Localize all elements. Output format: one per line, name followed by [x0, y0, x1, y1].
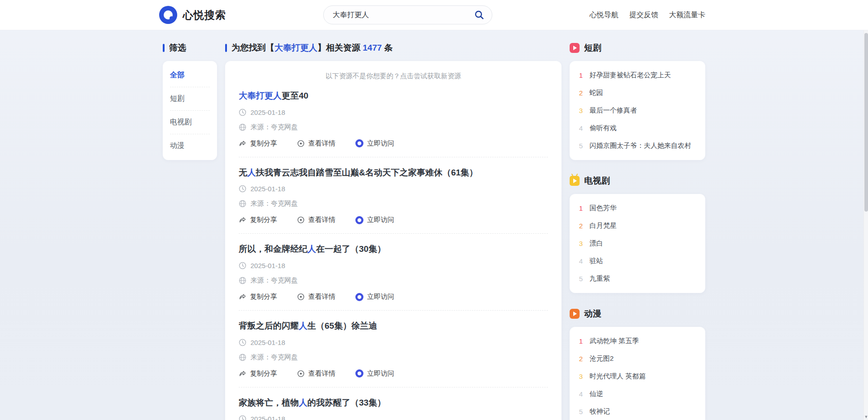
globe-icon	[239, 354, 246, 361]
visit-now-button[interactable]: 立即访问	[355, 216, 394, 224]
ranking-row[interactable]: 3 时光代理人 英都篇	[578, 368, 697, 385]
view-detail-label: 查看详情	[308, 293, 335, 301]
nav-link[interactable]: 大额流量卡	[669, 10, 705, 20]
view-detail-button[interactable]: 查看详情	[297, 216, 335, 224]
ranking-row[interactable]: 5 闪婚京圈太子爷：夫人她来自农村	[578, 137, 697, 155]
share-arrow-icon	[239, 216, 246, 224]
results-heading-text: 为您找到【大奉打更人】相关资源 1477 条	[231, 42, 393, 54]
ranking-row[interactable]: 1 武动乾坤 第五季	[578, 332, 697, 350]
ranking-title: 动漫	[570, 308, 705, 320]
visit-now-button[interactable]: 立即访问	[355, 139, 394, 148]
scrollbar-down-arrow-icon[interactable]: ▼	[864, 415, 868, 419]
result-date-row: 2025-01-18	[239, 339, 548, 346]
nav-link[interactable]: 提交反馈	[629, 10, 658, 20]
ranking-row[interactable]: 5 牧神记	[578, 403, 697, 420]
accent-bar-icon	[163, 44, 165, 52]
copy-share-label: 复制分享	[250, 139, 277, 148]
rank-name-link: 好孕甜妻被钻石老公宠上天	[590, 71, 671, 80]
ranking-row[interactable]: 3 漂白	[578, 235, 697, 252]
search-button[interactable]	[469, 8, 489, 22]
clock-icon	[239, 185, 246, 193]
copy-share-button[interactable]: 复制分享	[239, 216, 277, 224]
ranking-row[interactable]: 4 仙逆	[578, 385, 697, 403]
rank-name-link: 最后一个修真者	[590, 106, 637, 115]
copy-share-button[interactable]: 复制分享	[239, 369, 277, 378]
ranking-row[interactable]: 4 偷听有戏	[578, 119, 697, 137]
filter-item[interactable]: 动漫	[170, 134, 210, 157]
ranking-title-label: 短剧	[584, 42, 601, 54]
ranking-row[interactable]: 2 白月梵星	[578, 217, 697, 235]
rank-number: 2	[578, 355, 584, 363]
refresh-notice-link[interactable]: 以下资源不是你想要的？点击尝试获取新资源	[239, 72, 548, 80]
category-play-icon	[570, 43, 580, 53]
rank-number: 4	[578, 124, 584, 132]
scrollbar-thumb[interactable]	[864, 33, 868, 212]
clock-icon	[239, 262, 246, 269]
rank-number: 1	[578, 204, 584, 212]
copy-share-button[interactable]: 复制分享	[239, 139, 277, 148]
result-source: 来源：夸克网盘	[250, 123, 298, 132]
result-title-link[interactable]: 所以，和金牌经纪人在一起了（30集）	[239, 244, 548, 255]
share-arrow-icon	[239, 293, 246, 301]
view-detail-button[interactable]: 查看详情	[297, 369, 335, 378]
ranking-title: 电视剧	[570, 175, 705, 187]
result-title-link[interactable]: 家族将亡，植物人的我苏醒了（33集）	[239, 397, 548, 409]
result-item: 背叛之后的闪耀人生（65集）徐兰迪 2025-01-18	[239, 311, 548, 387]
rank-name-link: 驻站	[590, 257, 603, 265]
view-detail-button[interactable]: 查看详情	[297, 293, 335, 301]
result-title-link[interactable]: 背叛之后的闪耀人生（65集）徐兰迪	[239, 321, 548, 332]
result-title-link[interactable]: 无人扶我青云志我自踏雪至山巅&名动天下之家事难休（61集）	[239, 167, 548, 179]
visit-now-button[interactable]: 立即访问	[355, 369, 394, 378]
clock-icon	[239, 339, 246, 346]
nav-link[interactable]: 心悦导航	[590, 10, 618, 20]
result-source: 来源：夸克网盘	[250, 276, 298, 285]
globe-icon	[239, 200, 246, 208]
ranking-row[interactable]: 2 沧元图2	[578, 350, 697, 368]
result-date-row: 2025-01-18	[239, 415, 548, 420]
ranking-row[interactable]: 4 驻站	[578, 252, 697, 270]
visit-now-button[interactable]: 立即访问	[355, 293, 394, 301]
clock-icon	[239, 109, 246, 116]
result-date: 2025-01-18	[250, 185, 285, 193]
view-detail-label: 查看详情	[308, 139, 335, 148]
filter-item[interactable]: 全部	[170, 64, 210, 87]
copy-share-button[interactable]: 复制分享	[239, 293, 277, 301]
result-source: 来源：夸克网盘	[250, 353, 298, 362]
view-detail-button[interactable]: 查看详情	[297, 139, 335, 148]
rank-name-link: 沧元图2	[590, 354, 613, 363]
result-actions: 复制分享 查看详情	[239, 293, 548, 301]
rank-name-link: 牧神记	[590, 407, 610, 416]
rank-number: 3	[578, 373, 584, 380]
filter-column: 筛选 全部 短剧 电视剧 动漫	[163, 42, 217, 160]
rank-number: 5	[578, 275, 584, 283]
brand-name: 心悦搜索	[183, 8, 226, 22]
result-item: 所以，和金牌经纪人在一起了（30集） 2025-01-18	[239, 234, 548, 311]
result-date: 2025-01-18	[250, 262, 285, 269]
search-box	[323, 5, 492, 24]
ranking-row[interactable]: 2 蛇园	[578, 84, 697, 102]
brand-logo[interactable]: 心悦搜索	[159, 6, 226, 24]
visit-circle-icon	[355, 369, 363, 378]
visit-now-label: 立即访问	[367, 216, 394, 224]
result-item: 家族将亡，植物人的我苏醒了（33集） 2025-01-18	[239, 387, 548, 420]
ranking-row[interactable]: 1 国色芳华	[578, 199, 697, 217]
ranking-row[interactable]: 5 九重紫	[578, 270, 697, 288]
result-title-link[interactable]: 大奉打更人更至40	[239, 90, 548, 102]
filter-item[interactable]: 短剧	[170, 87, 210, 110]
result-actions: 复制分享 查看详情	[239, 369, 548, 378]
clock-icon	[239, 415, 246, 420]
ranking-section: 短剧 1 好孕甜妻被钻石老公宠上天 2 蛇园	[570, 42, 705, 160]
ranking-row[interactable]: 1 好孕甜妻被钻石老公宠上天	[578, 66, 697, 84]
top-header: 心悦搜索 心悦导航 提交反馈 大额流量卡	[0, 0, 868, 30]
result-date-row: 2025-01-18	[239, 185, 548, 193]
rank-name-link: 国色芳华	[590, 204, 617, 212]
search-input[interactable]	[333, 11, 469, 19]
result-actions: 复制分享 查看详情	[239, 139, 548, 148]
filter-item[interactable]: 电视剧	[170, 110, 210, 134]
ranking-title-label: 动漫	[584, 308, 601, 320]
ranking-row[interactable]: 3 最后一个修真者	[578, 102, 697, 119]
result-date: 2025-01-18	[250, 415, 285, 420]
result-date: 2025-01-18	[250, 339, 285, 346]
visit-circle-icon	[355, 293, 363, 301]
rank-name-link: 偷听有戏	[590, 124, 617, 132]
